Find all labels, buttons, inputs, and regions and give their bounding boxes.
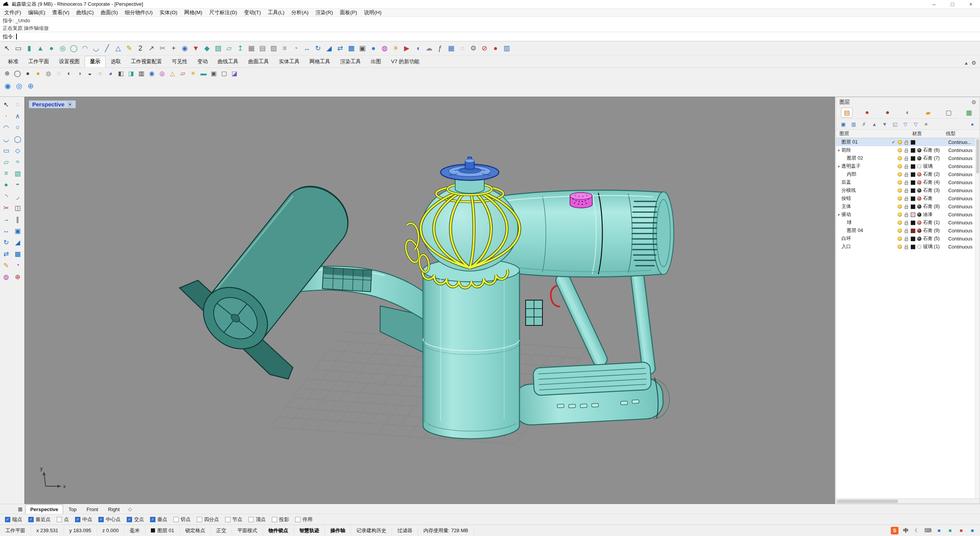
- polyline-tool-icon[interactable]: ∧: [12, 110, 23, 122]
- layer-row[interactable]: 图层 02石膏 (7)Continuous: [836, 154, 980, 162]
- model-battery[interactable]: [512, 361, 670, 426]
- tray-app3-icon[interactable]: ■: [957, 527, 965, 534]
- osnap-toggle[interactable]: 四分点: [197, 516, 219, 523]
- expand-layers-icon[interactable]: ◱: [890, 120, 900, 128]
- line-icon[interactable]: ╱: [101, 43, 113, 54]
- extend-tool-icon[interactable]: →: [0, 214, 12, 225]
- toolbar-tab[interactable]: 曲线工具: [213, 56, 243, 67]
- menu-item[interactable]: 查看(V): [49, 9, 73, 16]
- emap-icon[interactable]: ◉: [147, 69, 157, 78]
- toolbar-tab[interactable]: 实体工具: [274, 56, 305, 67]
- layer-color-swatch[interactable]: [911, 140, 915, 145]
- loft-tool-icon[interactable]: ≡: [0, 168, 12, 179]
- move-up-icon[interactable]: ▲: [870, 120, 879, 128]
- two-point-icon[interactable]: 2: [135, 43, 146, 54]
- tray-app1-icon[interactable]: ■: [935, 527, 943, 534]
- layer-row[interactable]: 白环石膏 (5)Continuous: [836, 235, 980, 243]
- new-sublayer-icon[interactable]: ▥: [849, 120, 858, 128]
- layer-color-swatch[interactable]: [911, 172, 915, 177]
- osnap-toggle[interactable]: 投影: [272, 516, 289, 523]
- layer-material[interactable]: 石膏 (6): [923, 147, 948, 154]
- lights-panel-tab-icon[interactable]: ◐: [902, 108, 913, 118]
- layer-visibility-icon[interactable]: [897, 172, 903, 176]
- move-tool-icon[interactable]: ↔: [0, 225, 12, 237]
- toolbar-tab[interactable]: 渲染工具: [335, 56, 366, 67]
- osnap-toggle[interactable]: ✓最近点: [28, 516, 51, 523]
- layer-visibility-icon[interactable]: [897, 196, 903, 201]
- layers-panel-tab-icon[interactable]: ▤: [841, 108, 853, 118]
- cone-icon[interactable]: ▲: [35, 43, 46, 54]
- layer-color-swatch[interactable]: [911, 196, 915, 201]
- osnap-toggle[interactable]: 停用: [295, 516, 312, 523]
- trim-tool-icon[interactable]: ✂: [0, 202, 12, 214]
- layer-lock-icon[interactable]: [903, 188, 910, 193]
- toolbar-tab[interactable]: 出图: [366, 56, 386, 67]
- status-segment[interactable]: x 239.531: [31, 525, 64, 536]
- layer-settings-icon[interactable]: ≡: [921, 120, 931, 128]
- layer-color-swatch[interactable]: [911, 148, 915, 153]
- artistic-mode-icon[interactable]: ◑: [74, 69, 85, 78]
- menu-item[interactable]: 工具(L): [265, 9, 288, 16]
- rotate-view-icon[interactable]: ◎: [13, 80, 25, 92]
- toolbar-tab[interactable]: 变动: [193, 56, 213, 67]
- offset-tool-icon[interactable]: ∥: [12, 214, 23, 225]
- select-pointer-icon[interactable]: ↖: [0, 99, 12, 110]
- cplane-view-icon[interactable]: ◉: [2, 80, 13, 92]
- curvature-icon[interactable]: ◎: [157, 69, 167, 78]
- arrow-ne-icon[interactable]: ↗: [146, 43, 157, 54]
- array-tool-icon[interactable]: ▩: [12, 248, 23, 260]
- keyboard-icon[interactable]: ⌨: [924, 527, 932, 534]
- layer-lock-icon[interactable]: [903, 148, 910, 153]
- model-latch[interactable]: [526, 300, 542, 325]
- menu-item[interactable]: 实体(O): [156, 9, 181, 16]
- group-icon[interactable]: ▣: [357, 43, 368, 54]
- box-icon[interactable]: ▧: [212, 43, 224, 54]
- ime-cn-icon[interactable]: 中: [902, 527, 910, 534]
- protractor-icon[interactable]: ◔: [290, 43, 301, 54]
- minimize-button[interactable]: –: [925, 0, 943, 8]
- eye-icon[interactable]: ◉: [179, 43, 190, 54]
- status-segment[interactable]: 图层 01: [145, 525, 180, 536]
- layer-lock-icon[interactable]: [903, 237, 910, 241]
- plane-icon[interactable]: ▱: [224, 43, 235, 54]
- flat-shade-icon[interactable]: ◧: [116, 69, 126, 78]
- layer-material[interactable]: 石膏 (7): [923, 155, 948, 162]
- menu-item[interactable]: 文件(F): [1, 9, 24, 16]
- layer-visibility-icon[interactable]: [897, 204, 903, 209]
- viewport-canvas[interactable]: x y: [25, 97, 835, 503]
- sphere-tool-icon[interactable]: ●: [0, 179, 12, 191]
- bucket-icon[interactable]: ▼: [190, 43, 201, 54]
- tray-app4-icon[interactable]: ■: [969, 527, 976, 534]
- script-icon[interactable]: ƒ: [434, 43, 446, 54]
- layer-lock-icon[interactable]: [903, 156, 910, 161]
- layer-visibility-icon[interactable]: [897, 245, 903, 249]
- pencil-icon[interactable]: ✎: [124, 43, 135, 54]
- shaded-mode-icon[interactable]: ●: [23, 69, 33, 78]
- sun-display-icon[interactable]: ☀: [188, 69, 198, 78]
- circle-tool-icon[interactable]: ○: [12, 122, 23, 133]
- box-tool-icon[interactable]: ▧: [12, 168, 23, 179]
- menu-item[interactable]: 编辑(E): [24, 9, 49, 16]
- toolbar-tab[interactable]: 工作视窗配置: [126, 56, 167, 67]
- osnap-toggle[interactable]: 点: [57, 516, 69, 523]
- layer-row[interactable]: 主体石膏 (8)Continuous: [836, 203, 980, 211]
- mirror-icon[interactable]: ⇄: [335, 43, 346, 54]
- sun-icon[interactable]: ☀: [390, 43, 401, 54]
- grid-icon[interactable]: ▦: [246, 43, 257, 54]
- menu-item[interactable]: 说明(H): [361, 9, 385, 16]
- layer-lock-icon[interactable]: [903, 212, 910, 217]
- toolbar-collapse-icon[interactable]: ▴: [965, 60, 967, 66]
- layer-visibility-icon[interactable]: [897, 164, 903, 168]
- layer-lock-icon[interactable]: [903, 196, 910, 201]
- rectangle-select-icon[interactable]: ▭: [13, 43, 24, 54]
- status-segment[interactable]: 操作轴: [325, 525, 351, 536]
- extrude-icon[interactable]: ↥: [235, 43, 246, 54]
- viewport-layout-icon[interactable]: ▦: [15, 506, 25, 512]
- new-layer-icon[interactable]: ▣: [839, 120, 848, 128]
- layer-color-swatch[interactable]: [911, 180, 915, 185]
- chart-icon[interactable]: ▥: [501, 43, 512, 54]
- toolbar-tab[interactable]: V7 的新功能: [386, 56, 425, 67]
- curve-tool-icon[interactable]: ◠: [0, 122, 12, 133]
- layer-material[interactable]: 石膏: [923, 195, 948, 202]
- curve-icon[interactable]: ◡: [90, 43, 101, 54]
